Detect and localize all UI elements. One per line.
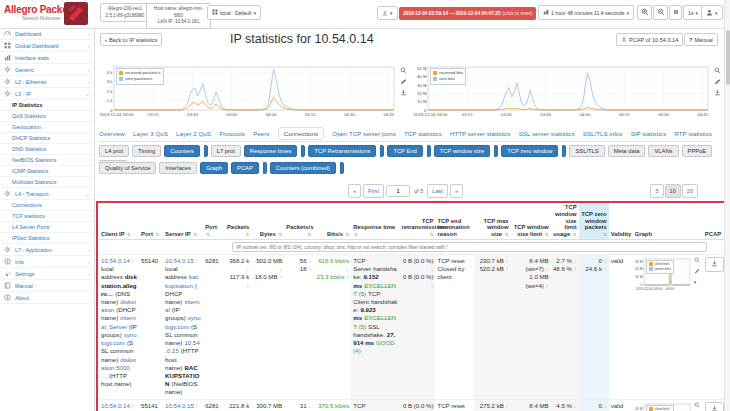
toolbar-button-tcp-end-caret[interactable] (427, 145, 431, 157)
profile-dropdown[interactable]: local : Default ▾ (207, 5, 261, 20)
chart-zoom-icon[interactable] (400, 67, 407, 74)
sidebar-item-interface-stats[interactable]: Interface stats (0, 52, 94, 64)
column-header-server_ip[interactable]: Server IP ⇅ (163, 203, 203, 239)
tab-layer-2-qos[interactable]: Layer 2 QoS (176, 130, 211, 137)
scrollbar-track[interactable] (724, 0, 730, 411)
chart-edit-icon[interactable] (694, 268, 700, 276)
scrollbar-thumb[interactable] (726, 30, 730, 85)
page-last-button[interactable]: Last (427, 184, 448, 198)
sidebar-item-dns-statistics[interactable]: DNS Statistics (0, 144, 94, 155)
tab-overview[interactable]: Overview (99, 130, 125, 137)
zoom-in-button[interactable] (637, 5, 652, 20)
column-header-server_port[interactable]: Port ⇅ (203, 203, 223, 239)
toolbar-button-graph[interactable]: Graph (200, 162, 228, 174)
toolbar-button-pppoe[interactable]: PPPoE (682, 145, 713, 157)
tab-rtp-statistics[interactable]: RTP statistics (674, 130, 712, 137)
chart-zoom-icon[interactable] (694, 402, 700, 410)
column-header-client_port[interactable]: Port ⇅ (139, 203, 163, 239)
sidebar-item-l3-ip[interactable]: L3 - IP⌄ (0, 88, 94, 100)
time-range-badge[interactable]: 2019-12-04 02:59:14 — 2019-12-04 04:47:2… (399, 7, 536, 20)
sidebar-item-netbios-statistics[interactable]: NetBIOS Statistics (0, 155, 94, 166)
sidebar-item-multicast-statistics[interactable]: Multicast Statistics (0, 177, 94, 188)
export-dropdown[interactable]: ▾ (377, 6, 398, 20)
page-prev-button[interactable]: « (348, 184, 361, 198)
sidebar-item-generic[interactable]: Generic‹ (0, 64, 94, 76)
column-header-client_ip[interactable]: Client IP ⇅ (99, 203, 139, 239)
toolbar-button-tcp-zero-window[interactable]: TCP zero window (501, 145, 558, 157)
interval-dropdown[interactable]: 1s ▾ (683, 5, 703, 20)
sidebar-item-settings[interactable]: Settings‹ (0, 268, 94, 280)
tab-http-server-statistics[interactable]: HTTP server statistics (450, 130, 510, 137)
pause-button[interactable] (669, 5, 682, 20)
server-ip-link[interactable]: 10.54.0.15 (165, 257, 194, 264)
sidebar-item-l4-server-ports[interactable]: L4 Server Ports (0, 222, 94, 233)
tab-sip-statistics[interactable]: SIP statistics (631, 130, 666, 137)
page-first-button[interactable]: First (363, 184, 384, 198)
user-dropdown[interactable]: ▾ (701, 5, 723, 20)
manual-button[interactable]: ? Manual (684, 33, 718, 46)
column-header-max_window[interactable]: TCP max window size ⇅ (474, 203, 511, 239)
chart-zoom-icon[interactable] (714, 67, 721, 74)
sidebar-item-l7-application[interactable]: L7 - Application‹ (0, 244, 94, 256)
back-button[interactable]: ‹ Back to IP statistics (100, 33, 162, 46)
column-header-bytes[interactable]: Bytes ⇅ (251, 203, 284, 239)
toolbar-button-pcap[interactable]: PCAP (231, 162, 259, 174)
sidebar-item-dashboard[interactable]: Dashboard‹ (0, 28, 94, 40)
client-ip-link[interactable]: 10.54.0.14 (101, 257, 130, 264)
sidebar-item-qos-statistics[interactable]: QoS Statistics (0, 111, 94, 122)
column-header-limit_usage[interactable]: TCP window size limit usage ⇅ (551, 203, 579, 239)
sidebar-item-global-dashboard[interactable]: Global Dashboard‹ (0, 40, 94, 52)
chart-download-icon[interactable] (714, 89, 721, 96)
table-filter-input[interactable] (232, 242, 707, 252)
tab-connections[interactable]: Connections (278, 127, 324, 140)
toolbar-button-pcap-caret[interactable] (263, 162, 267, 174)
tab-ssl-server-statistics[interactable]: SSL server statistics (519, 130, 575, 137)
toolbar-button-vlans[interactable]: VLANs (648, 145, 678, 157)
page-number-input[interactable] (386, 185, 410, 197)
page-size-10-button[interactable]: 10 (665, 184, 681, 198)
sidebar-item-dhcp-statistics[interactable]: DHCP Statistics (0, 133, 94, 144)
page-next-button[interactable]: » (450, 184, 463, 198)
pcap-download-button[interactable]: PCAP of 10.54.0.14 (616, 33, 683, 46)
zoom-out-button[interactable] (653, 5, 668, 20)
tab-ssl-tls-infos[interactable]: SSL/TLS infos (583, 130, 623, 137)
toolbar-button-tcp-end[interactable]: TCP End (387, 145, 422, 157)
chart-zoom-icon[interactable] (694, 257, 700, 265)
sidebar-item-ipsec-statistics[interactable]: IPSec Statistics (0, 233, 94, 244)
column-header-response[interactable]: Response time ⇅ (351, 203, 399, 239)
sidebar-item-about[interactable]: About (0, 292, 94, 304)
client-ip-link[interactable]: 10.54.0.14 (101, 402, 130, 409)
toolbar-button-interfaces[interactable]: Interfaces (159, 162, 196, 174)
toolbar-button-tcp-retransmissions[interactable]: TCP Retransmissions (308, 145, 376, 157)
sidebar-item-connections[interactable]: Connections (0, 200, 94, 211)
toolbar-button-timing[interactable]: Timing (132, 145, 161, 157)
toolbar-button-counters-combined-caret[interactable] (340, 162, 344, 174)
column-header-bits_s[interactable]: Bits/s ⇅ (313, 203, 351, 239)
duration-dropdown[interactable]: 1 hour 48 minutes 11.4 seconds ▾ (538, 5, 634, 20)
toolbar-button-tcp-window-size-caret[interactable] (494, 145, 498, 157)
page-size-5-button[interactable]: 5 (650, 184, 663, 198)
tab-protocols[interactable]: Protocols (219, 130, 245, 137)
toolbar-button-l7-prot[interactable]: L7 prot (211, 145, 241, 157)
toolbar-button-counters-caret[interactable] (204, 145, 208, 157)
toolbar-button-counters[interactable]: Counters (164, 145, 200, 157)
toolbar-button-ssl-tls[interactable]: SSL/TLS (569, 145, 604, 157)
column-header-packets_s[interactable]: Packets/s ⇅ (284, 203, 313, 239)
sidebar-item-manual[interactable]: Manual (0, 280, 94, 292)
tab-layer-3-qos[interactable]: Layer 3 QoS (133, 130, 168, 137)
sidebar-item-geolocation[interactable]: Geolocation (0, 122, 94, 133)
toolbar-button-response-times-caret[interactable] (301, 145, 305, 157)
column-header-zero_window[interactable]: TCP zero window packets ⇅ (579, 203, 609, 239)
caret-down-icon[interactable]: ▾ (694, 279, 700, 286)
tab-tcp-statistics[interactable]: TCP statistics (404, 130, 442, 137)
sidebar-item-info[interactable]: Info‹ (0, 256, 94, 268)
toolbar-button-counters-combined[interactable]: Counters (combined) (270, 162, 336, 174)
sidebar-item-l2-ethernet[interactable]: L2 - Ethernet‹ (0, 76, 94, 88)
page-size-20-button[interactable]: 20 (682, 184, 698, 198)
toolbar-button-response-times[interactable]: Response times (244, 145, 298, 157)
toolbar-button-tcp-zero-window-caret[interactable] (562, 145, 566, 157)
sidebar-item-tcp-statistics[interactable]: TCP statistics (0, 211, 94, 222)
sidebar-item-l4-transport[interactable]: L4 - Transport⌄ (0, 188, 94, 200)
sidebar-item-icmp-statistics[interactable]: ICMP Statistics (0, 166, 94, 177)
toolbar-button-tcp-retransmissions-caret[interactable] (380, 145, 384, 157)
